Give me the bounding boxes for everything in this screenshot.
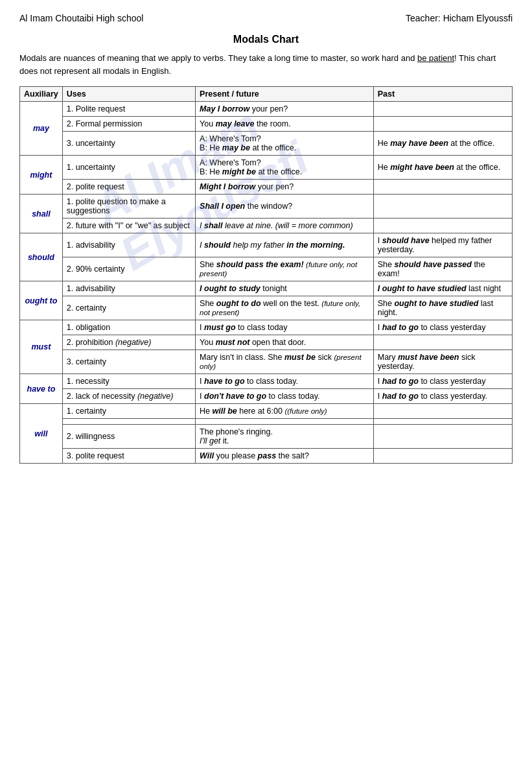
table-row: might 1. uncertainty A: Where's Tom?B: H… (20, 156, 513, 180)
past-cell: I had to go to class yesterday (373, 320, 512, 335)
uses-cell (62, 419, 195, 425)
modals-table: Auxiliary Uses Present / future Past may… (19, 86, 513, 464)
uses-cell: 2. future with "I" or "we" as subject (62, 219, 195, 233)
table-row: 2. prohibition (negative) You must not o… (20, 335, 513, 350)
present-cell: I shall leave at nine. (will = more comm… (196, 219, 374, 233)
table-row: 2. certainty She ought to do well on the… (20, 296, 513, 320)
past-cell (373, 219, 512, 233)
uses-cell: 1. advisability (62, 233, 195, 257)
present-cell: I ought to study tonight (196, 281, 374, 296)
page-header: Al Imam Choutaibi High school Teacher: H… (19, 13, 513, 23)
aux-will: will (20, 404, 63, 464)
aux-ought-to: ought to (20, 281, 63, 320)
past-cell (373, 425, 512, 449)
table-row: 3. certainty Mary isn't in class. She mu… (20, 350, 513, 374)
present-cell: A: Where's Tom?B: He may be at the offic… (196, 132, 374, 156)
present-cell: May I borrow your pen? (196, 102, 374, 117)
past-cell (373, 335, 512, 350)
uses-cell: 2. certainty (62, 296, 195, 320)
table-row: 2. lack of necessity (negative) I don't … (20, 389, 513, 404)
past-cell (373, 449, 512, 464)
aux-should: should (20, 233, 63, 281)
present-cell: You must not open that door. (196, 335, 374, 350)
aux-might: might (20, 156, 63, 195)
uses-cell: 1. uncertainty (62, 156, 195, 180)
past-cell: He may have been at the office. (373, 132, 512, 156)
past-cell: She should have passed the exam! (373, 257, 512, 281)
uses-cell: 2. polite request (62, 180, 195, 195)
past-cell: She ought to have studied last night. (373, 296, 512, 320)
past-cell (373, 195, 512, 219)
past-cell (373, 404, 512, 419)
present-cell: I must go to class today (196, 320, 374, 335)
past-cell (373, 102, 512, 117)
uses-cell: 2. prohibition (negative) (62, 335, 195, 350)
col-present: Present / future (196, 87, 374, 102)
teacher-name: Teacher: Hicham Elyoussfi (406, 13, 513, 23)
uses-cell: 1. polite question to make a suggestions (62, 195, 195, 219)
table-row: 2. 90% certainty She should pass the exa… (20, 257, 513, 281)
past-cell: I ought to have studied last night (373, 281, 512, 296)
col-auxiliary: Auxiliary (20, 87, 63, 102)
intro-text: Modals are nuances of meaning that we ap… (19, 52, 513, 77)
present-cell: You may leave the room. (196, 117, 374, 132)
past-cell (373, 419, 512, 425)
table-row: 3. polite request Will you please pass t… (20, 449, 513, 464)
uses-cell: 2. willingness (62, 425, 195, 449)
aux-must: must (20, 320, 63, 374)
table-row: ought to 1. advisability I ought to stud… (20, 281, 513, 296)
present-cell: I have to go to class today. (196, 374, 374, 389)
uses-cell: 1. Polite request (62, 102, 195, 117)
present-cell: He will be here at 6:00 ((future only) (196, 404, 374, 419)
table-row: have to 1. necessity I have to go to cla… (20, 374, 513, 389)
uses-cell: 1. advisability (62, 281, 195, 296)
uses-cell: 1. obligation (62, 320, 195, 335)
aux-shall: shall (20, 195, 63, 233)
present-cell: Might I borrow your pen? (196, 180, 374, 195)
past-cell: I should have helped my father yesterday… (373, 233, 512, 257)
table-row: 2. polite request Might I borrow your pe… (20, 180, 513, 195)
uses-cell: 2. lack of necessity (negative) (62, 389, 195, 404)
table-row: 2. future with "I" or "we" as subject I … (20, 219, 513, 233)
table-row: 2. Formal permission You may leave the r… (20, 117, 513, 132)
col-past: Past (373, 87, 512, 102)
uses-cell: 3. certainty (62, 350, 195, 374)
present-cell: I don't have to go to class today. (196, 389, 374, 404)
table-row: 3. uncertainty A: Where's Tom?B: He may … (20, 132, 513, 156)
uses-cell: 1. certainty (62, 404, 195, 419)
past-cell: Mary must have been sick yesterday. (373, 350, 512, 374)
past-cell: He might have been at the office. (373, 156, 512, 180)
present-cell: The phone's ringing.I'll get it. (196, 425, 374, 449)
present-cell: Shall I open the window? (196, 195, 374, 219)
uses-cell: 2. 90% certainty (62, 257, 195, 281)
present-cell: Will you please pass the salt? (196, 449, 374, 464)
uses-cell: 1. necessity (62, 374, 195, 389)
past-cell (373, 180, 512, 195)
present-cell: Mary isn't in class. She must be sick (p… (196, 350, 374, 374)
past-cell: I had to go to class yesterday (373, 374, 512, 389)
table-row: should 1. advisability I should help my … (20, 233, 513, 257)
present-cell (196, 419, 374, 425)
past-cell (373, 117, 512, 132)
table-row: 2. willingness The phone's ringing.I'll … (20, 425, 513, 449)
table-row: will 1. certainty He will be here at 6:0… (20, 404, 513, 419)
col-uses: Uses (62, 87, 195, 102)
uses-cell: 2. Formal permission (62, 117, 195, 132)
aux-have-to: have to (20, 374, 63, 404)
table-row (20, 419, 513, 425)
school-name: Al Imam Choutaibi High school (19, 13, 143, 23)
present-cell: A: Where's Tom?B: He might be at the off… (196, 156, 374, 180)
aux-may: may (20, 102, 63, 156)
present-cell: She ought to do well on the test. (futur… (196, 296, 374, 320)
table-row: shall 1. polite question to make a sugge… (20, 195, 513, 219)
present-cell: She should pass the exam! (future only, … (196, 257, 374, 281)
present-cell: I should help my father in the morning. (196, 233, 374, 257)
table-row: must 1. obligation I must go to class to… (20, 320, 513, 335)
page-title: Modals Chart (19, 34, 513, 45)
uses-cell: 3. uncertainty (62, 132, 195, 156)
uses-cell: 3. polite request (62, 449, 195, 464)
past-cell: I had to go to class yesterday. (373, 389, 512, 404)
table-row: may 1. Polite request May I borrow your … (20, 102, 513, 117)
